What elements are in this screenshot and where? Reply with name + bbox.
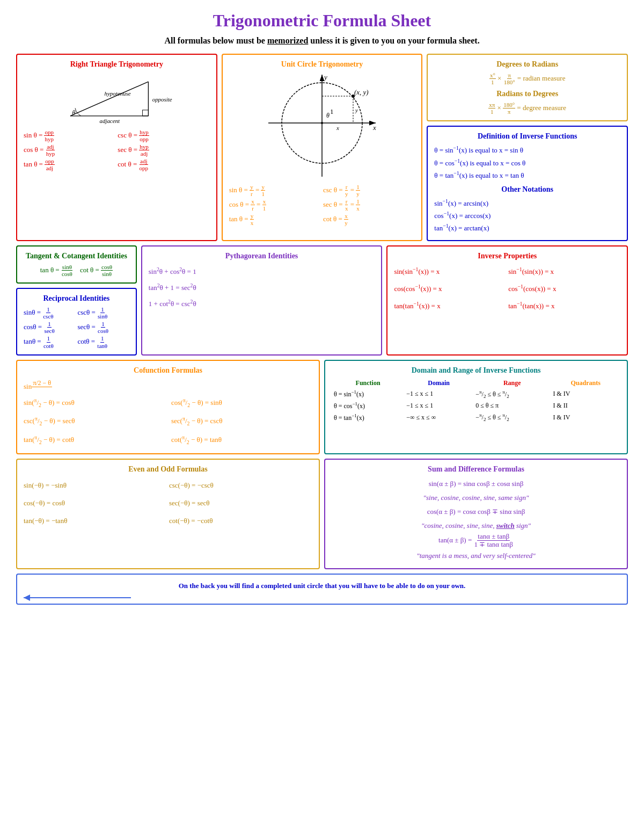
svg-text:(x, y): (x, y) xyxy=(354,88,369,96)
sec-formula: sec θ = hypadj xyxy=(118,143,209,157)
cos-formula: cos θ = adjhyp xyxy=(24,143,115,157)
svg-line-2 xyxy=(70,82,148,116)
cofunction-title: Cofunction Formulas xyxy=(24,366,312,375)
degrees-radians-box: Degrees to Radians x°1 × π180° = radian … xyxy=(427,54,628,121)
unit-circle-title: Unit Circle Trigonometry xyxy=(229,60,415,69)
sin-formula: sin θ = opphyp xyxy=(24,129,115,142)
svg-text:θ: θ xyxy=(72,109,76,117)
reciprocal-title: Reciprocal Identities xyxy=(24,294,129,303)
col-range-header: Range xyxy=(473,378,551,388)
inverse-functions-box: Definition of Inverse Functions θ = sin−… xyxy=(427,126,628,241)
inverse-formulas: θ = sin−1(x) is equal to x = sin θ θ = c… xyxy=(434,144,620,182)
arrow-line xyxy=(24,597,131,598)
cofunction-box: Cofunction Formulas sinπ/2 − θ1 sin(π/2 … xyxy=(16,360,320,454)
rad-to-deg-formula: xπ1 × 180°π = degree measure xyxy=(434,101,620,115)
svg-text:y: y xyxy=(355,107,358,113)
reciprocal-formulas: sinθ = 1cscθ cscθ = 1sinθ cosθ = 1secθ s… xyxy=(24,306,129,349)
domain-range-table: Function Domain Range Quadrants θ = sin−… xyxy=(332,378,620,424)
sum-diff-f1: sin(α ± β) = sinα cosβ ± cosα sinβ xyxy=(332,477,620,491)
subtitle: All formulas below must be memorized unl… xyxy=(16,36,628,46)
degrees-radians-title: Degrees to Radians xyxy=(434,60,620,69)
pythagorean-formulas: sin2θ + cos2θ = 1 tan2θ + 1 = sec2θ 1 + … xyxy=(149,264,375,312)
unit-circle-box: Unit Circle Trigonometry xyxy=(222,54,423,241)
sum-diff-f3: tan(α ± β) = tanα ± tanβ 1 ∓ tanα tanβ xyxy=(332,533,620,549)
cot-formula: cot θ = adjopp xyxy=(118,158,209,171)
cofunction-formulas: sinπ/2 − θ1 sin(π/2 − θ) = cosθ cos(π/2 … xyxy=(24,378,312,448)
svg-text:x: x xyxy=(372,124,376,132)
svg-text:θ: θ xyxy=(326,112,330,119)
col-function-header: Function xyxy=(332,378,404,388)
svg-text:y: y xyxy=(323,73,327,81)
back-note-box: On the back you will find a completed un… xyxy=(16,574,628,605)
col-quadrants-header: Quadrants xyxy=(551,378,620,388)
table-row: θ = sin−1(x) −1 ≤ x ≤ 1 −π/2 ≤ θ ≤ π/2 I… xyxy=(332,388,620,400)
inverse-properties-title: Inverse Properties xyxy=(394,252,620,260)
sum-difference-title: Sum and Difference Formulas xyxy=(332,465,620,474)
svg-text:opposite: opposite xyxy=(152,96,172,103)
inverse-properties-formulas: sin(sin−1(x)) = x sin−1(sin(x)) = x cos(… xyxy=(394,264,620,314)
right-triangle-box: Right Triangle Trigonometry hypotenuse o… xyxy=(16,54,217,241)
triangle-diagram: hypotenuse opposite adjacent θ xyxy=(24,72,210,126)
svg-text:1: 1 xyxy=(330,107,334,115)
even-odd-title: Even and Odd Formulas xyxy=(24,465,312,474)
inverse-functions-title: Definition of Inverse Functions xyxy=(434,132,620,141)
radians-degrees-title: Radians to Degrees xyxy=(434,90,620,98)
even-odd-box: Even and Odd Formulas sin(−θ) = −sinθ cs… xyxy=(16,459,320,569)
page-title: Trigonometric Formula Sheet xyxy=(16,11,628,31)
domain-range-box: Domain and Range of Inverse Functions Fu… xyxy=(324,360,628,454)
sum-diff-quote1: "sine, cosine, cosine, sine, same sign" xyxy=(332,491,620,505)
deg-to-rad-formula: x°1 × π180° = radian measure xyxy=(434,72,620,85)
right-triangle-title: Right Triangle Trigonometry xyxy=(24,60,210,69)
svg-text:x: x xyxy=(336,125,339,131)
back-note-text: On the back you will find a completed un… xyxy=(24,580,620,592)
other-notations-formulas: sin−1(x) = arcsin(x) cos−1(x) = arccos(x… xyxy=(434,197,620,235)
inverse-properties-box: Inverse Properties sin(sin−1(x)) = x sin… xyxy=(386,245,628,356)
sum-diff-quote2: "cosine, cosine, sine, sine, switch sign… xyxy=(332,519,620,533)
reciprocal-box: Reciprocal Identities sinθ = 1cscθ cscθ … xyxy=(16,288,137,356)
svg-text:hypotenuse: hypotenuse xyxy=(105,90,131,97)
table-row: θ = tan−1(x) −∞ ≤ x ≤ ∞ −π/2 ≤ θ ≤ π/2 I… xyxy=(332,411,620,423)
unit-circle-diagram: (x, y) 1 x y y x θ xyxy=(229,72,415,179)
arrow-area xyxy=(24,597,620,598)
svg-point-23 xyxy=(321,122,323,124)
even-odd-formulas: sin(−θ) = −sinθ csc(−θ) = −cscθ cos(−θ) … xyxy=(24,477,312,530)
sum-difference-box: Sum and Difference Formulas sin(α ± β) =… xyxy=(324,459,628,569)
svg-rect-3 xyxy=(143,110,149,116)
sum-difference-formulas: sin(α ± β) = sinα cosβ ± cosα sinβ "sine… xyxy=(332,477,620,563)
other-notations-title: Other Notations xyxy=(434,185,620,194)
pythagorean-title: Pythagorean Identities xyxy=(149,252,375,260)
svg-text:adjacent: adjacent xyxy=(100,118,120,124)
table-row: θ = cos−1(x) −1 ≤ x ≤ 1 0 ≤ θ ≤ π I & II xyxy=(332,400,620,411)
tangent-cotangent-title: Tangent & Cotangent Identities xyxy=(24,252,129,260)
col-domain-header: Domain xyxy=(404,378,473,388)
unit-circle-formulas: sin θ = yr = y1 csc θ = ry = 1y cos θ = … xyxy=(229,184,415,227)
sum-diff-quote3: "tangent is a mess, and very self-center… xyxy=(332,549,620,563)
right-triangle-formulas: sin θ = opphyp csc θ = hypopp cos θ = ad… xyxy=(24,129,210,172)
tangent-cotangent-box: Tangent & Cotangent Identities tan θ = s… xyxy=(16,245,137,284)
domain-range-title: Domain and Range of Inverse Functions xyxy=(332,366,620,375)
pythagorean-box: Pythagorean Identities sin2θ + cos2θ = 1… xyxy=(141,245,383,356)
sum-diff-f2: cos(α ± β) = cosα cosβ ∓ sinα sinβ xyxy=(332,505,620,519)
tan-formula: tan θ = oppadj xyxy=(24,158,115,171)
tangent-cotangent-formulas: tan θ = sinθcosθ cot θ = cosθsinθ xyxy=(24,264,129,277)
csc-formula: csc θ = hypopp xyxy=(118,129,209,142)
